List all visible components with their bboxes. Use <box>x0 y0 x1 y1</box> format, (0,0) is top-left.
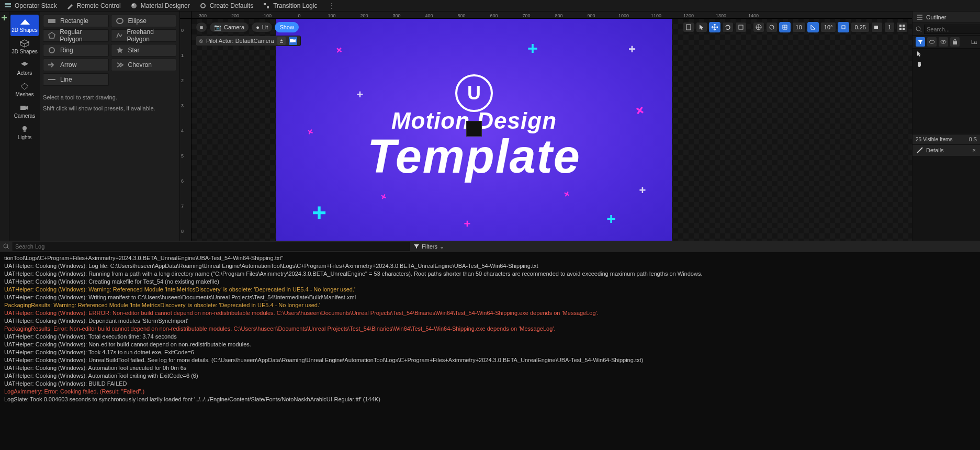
show-chip[interactable]: Show <box>275 22 299 32</box>
mode-3d-shapes[interactable]: 3D Shapes <box>10 36 39 58</box>
deco-plus-icon: + <box>305 125 316 139</box>
mode-actors[interactable]: Actors <box>10 58 39 79</box>
menu-transition-logic[interactable]: Transition Logic <box>263 2 317 9</box>
scale-button[interactable] <box>735 22 747 32</box>
right-column: Outliner La 25 Visible Items 0 S Details… <box>912 12 980 241</box>
menu-create-defaults[interactable]: Create Defaults <box>199 2 253 9</box>
shape-line[interactable]: Line <box>43 73 109 86</box>
canvas-title-2: Template <box>367 130 581 184</box>
scale-snap-button[interactable] <box>838 22 849 32</box>
mode-meshes[interactable]: Meshes <box>10 79 39 100</box>
add-icon[interactable] <box>1 15 8 22</box>
viewport-toolbar-left: ≡ 📷Camera ●Lit Show <box>196 22 299 32</box>
select-button[interactable] <box>696 22 707 32</box>
ruler-tick: -100 <box>262 13 272 18</box>
deco-plus-icon: + <box>639 184 646 197</box>
camera-icon <box>19 104 30 112</box>
log-body[interactable]: tionTool\Logs\C+Program+Files+Aximmetry+… <box>0 252 980 450</box>
shape-label: Line <box>60 76 72 83</box>
details-tab[interactable]: Details × <box>913 144 980 156</box>
outliner-tab[interactable]: Outliner <box>913 12 980 23</box>
shape-ring[interactable]: Ring <box>43 44 109 57</box>
viewport-menu-button[interactable]: ≡ <box>196 22 207 32</box>
menu-more-icon[interactable]: ⋮ <box>326 2 337 9</box>
close-icon[interactable]: × <box>973 147 976 153</box>
hint-line: Shift click will show tool presets, if a… <box>43 103 176 114</box>
camera-speed-button[interactable] <box>871 22 883 32</box>
lit-chip[interactable]: ●Lit <box>251 22 273 32</box>
mode-label: 2D Shapes <box>12 27 37 33</box>
snap-surface-button[interactable] <box>766 22 778 32</box>
outliner-search-input[interactable] <box>924 25 980 34</box>
vis-toggle-button[interactable] <box>939 37 948 47</box>
chip-label: Camera <box>224 24 244 30</box>
pilot-eject-button[interactable] <box>277 37 286 45</box>
bookmark-button[interactable] <box>683 22 694 32</box>
deco-plus-icon: + <box>628 42 636 57</box>
list-item[interactable] <box>913 49 980 59</box>
shape-arrow[interactable]: Arrow <box>43 59 109 71</box>
shape-rectangle[interactable]: Rectangle <box>43 15 109 27</box>
log-line: UATHelper: Cooking (Windows): Creating m… <box>4 278 976 286</box>
mode-lights[interactable]: Lights <box>10 122 39 143</box>
vis-eye-button[interactable] <box>927 37 937 47</box>
shape-regular-polygon[interactable]: Regular Polygon <box>43 29 109 42</box>
move-button[interactable] <box>709 22 720 32</box>
shape-chevron[interactable]: Chevron <box>111 59 177 71</box>
outliner-list[interactable] <box>913 49 980 134</box>
mode-2d-shapes[interactable]: 2D Shapes <box>10 15 39 36</box>
menu-material-designer[interactable]: Material Designer <box>130 2 190 9</box>
viewport[interactable]: -300-200-1000100200300400500600700800900… <box>180 12 912 241</box>
filter-button[interactable] <box>916 37 925 47</box>
shape-hint: Select a tool to start drawing. Shift cl… <box>43 92 176 114</box>
menu-operator-stack[interactable]: Operator Stack <box>4 2 57 9</box>
ruler-tick: 900 <box>587 13 595 18</box>
menu-label: Transition Logic <box>273 2 317 9</box>
pilot-actor-bar: ⎋ Pilot Actor: DefaultCamera <box>196 36 301 46</box>
svg-rect-5 <box>264 3 266 5</box>
menu-remote-control[interactable]: Remote Control <box>66 2 121 9</box>
ruler-tick: 8 <box>181 229 184 234</box>
ruler-horizontal: -300-200-1000100200300400500600700800900… <box>192 12 912 19</box>
design-canvas[interactable]: U Motion Design Template + + + + + + + +… <box>276 19 672 241</box>
mode-column: 2D Shapes 3D Shapes Actors Meshes Camera… <box>9 12 40 241</box>
shape-star[interactable]: Star <box>111 44 177 57</box>
arrow-icon <box>48 62 56 68</box>
grid-snap-value[interactable]: 10 <box>792 22 806 32</box>
grid-snap-button[interactable] <box>779 22 791 32</box>
rotate-button[interactable] <box>722 22 734 32</box>
mode-label: 3D Shapes <box>12 49 37 54</box>
svg-point-32 <box>4 244 8 248</box>
list-item[interactable] <box>913 59 980 70</box>
transition-icon <box>263 2 270 9</box>
lock-button[interactable] <box>950 37 960 47</box>
shape-grid: Rectangle Ellipse Regular Polygon Freeha… <box>43 15 176 86</box>
shape-label: Ellipse <box>128 17 147 25</box>
svg-point-3 <box>132 4 134 6</box>
log-filters-button[interactable]: Filters ⌄ <box>413 243 444 250</box>
shape-label: Regular Polygon <box>60 28 104 43</box>
angle-snap-button[interactable] <box>807 22 819 32</box>
log-search-input[interactable] <box>13 242 410 251</box>
angle-snap-value[interactable]: 10° <box>820 22 837 32</box>
log-line: UATHelper: Cooking (Windows): Running fr… <box>4 270 976 278</box>
mode-cameras[interactable]: Cameras <box>10 100 39 122</box>
world-local-button[interactable] <box>753 22 764 32</box>
shape-freehand-polygon[interactable]: Freehand Polygon <box>111 29 177 42</box>
viewport-inner[interactable]: ≡ 📷Camera ●Lit Show ⎋ Pilot Actor: Defau… <box>192 19 912 241</box>
log-line: UATHelper: Cooking (Windows): Automation… <box>4 364 976 372</box>
ruler-tick: 400 <box>425 13 433 18</box>
shape-ellipse[interactable]: Ellipse <box>111 15 177 27</box>
viewport-layout-button[interactable] <box>896 22 908 32</box>
value-label: 0.25 <box>854 24 865 30</box>
outliner-toolbar: La <box>913 36 980 49</box>
shape-label: Ring <box>60 47 73 54</box>
camera-chip[interactable]: 📷Camera <box>209 22 249 32</box>
svg-rect-23 <box>903 25 905 27</box>
pilot-camera-button[interactable] <box>289 37 297 45</box>
scale-snap-value[interactable]: 0.25 <box>851 22 869 32</box>
camera-gizmo[interactable] <box>466 121 482 137</box>
camera-speed-value[interactable]: 1 <box>884 22 895 32</box>
pen-icon <box>66 2 74 9</box>
svg-rect-15 <box>290 39 294 42</box>
